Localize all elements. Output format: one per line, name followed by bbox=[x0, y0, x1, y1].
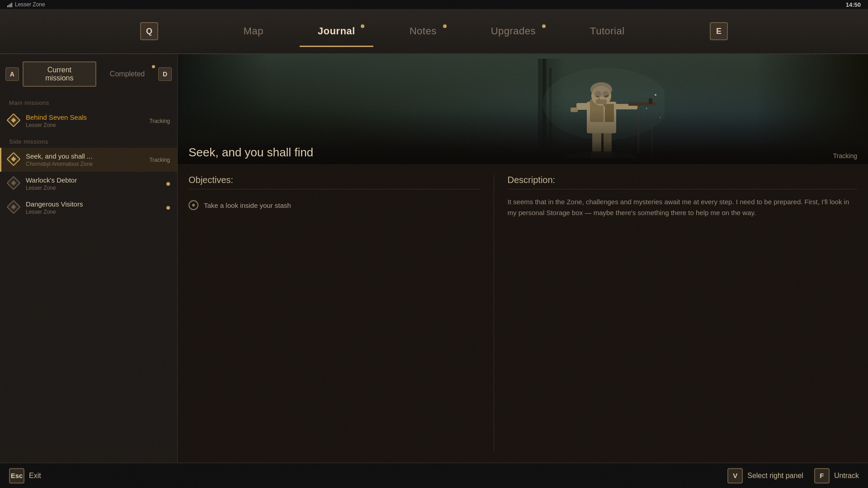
v-key: V bbox=[727, 468, 743, 483]
f-key: F bbox=[814, 468, 830, 483]
esc-btn[interactable]: Esc Exit bbox=[9, 468, 41, 483]
v-btn[interactable]: V Select right panel bbox=[727, 468, 803, 483]
esc-label: Exit bbox=[29, 472, 41, 480]
description-panel: Description: It seems that in the Zone, … bbox=[508, 175, 857, 452]
objective-dot bbox=[192, 204, 195, 206]
right-panel: Seek, and you shall find Tracking Object… bbox=[178, 54, 868, 463]
description-heading: Description: bbox=[508, 175, 857, 189]
notes-dot bbox=[443, 24, 447, 28]
mission-zone-seek: Chornobyl Anomalous Zone bbox=[26, 161, 144, 167]
left-panel: A Current missions Completed D Main miss… bbox=[0, 54, 178, 463]
mission-behind-seven-seals[interactable]: Behind Seven Seals Lesser Zone Tracking bbox=[0, 109, 177, 133]
upgrades-dot bbox=[542, 24, 546, 28]
mission-tabs: A Current missions Completed D bbox=[0, 54, 177, 94]
tab-current-missions[interactable]: Current missions bbox=[23, 61, 96, 87]
top-bar: Lesser Zone 14:50 bbox=[0, 0, 868, 9]
mission-seek-and-you[interactable]: Seek, and you shall ... Chornobyl Anomal… bbox=[0, 148, 177, 172]
mission-warlocks-debtor[interactable]: Warlock's Debtor Lesser Zone bbox=[0, 172, 177, 196]
app-info: Lesser Zone bbox=[7, 1, 45, 8]
tab-notes[interactable]: Notes bbox=[382, 21, 464, 42]
esc-key: Esc bbox=[9, 468, 24, 483]
mission-name-dangerous: Dangerous Visitors bbox=[26, 200, 161, 208]
mission-zone-warlock: Lesser Zone bbox=[26, 185, 161, 191]
key-d: D bbox=[158, 67, 172, 81]
banner-mission-title: Seek, and you shall find bbox=[189, 145, 313, 160]
tab-map[interactable]: Map bbox=[216, 21, 290, 42]
tab-journal[interactable]: Journal bbox=[291, 21, 382, 42]
tab-tutorial[interactable]: Tutorial bbox=[563, 21, 652, 42]
mission-tracking-seek: Tracking bbox=[149, 157, 170, 163]
mission-details: Objectives: Take a look inside your stas… bbox=[178, 164, 868, 463]
objectives-panel: Objectives: Take a look inside your stas… bbox=[189, 175, 494, 452]
v-label: Select right panel bbox=[747, 472, 803, 480]
nav-bar: Q Map Journal Notes Upgrades Tutorial E bbox=[0, 9, 868, 54]
mission-name-warlock: Warlock's Debtor bbox=[26, 176, 161, 184]
banner-tracking-label: Tracking bbox=[833, 152, 857, 160]
f-label: Untrack bbox=[834, 472, 859, 480]
mission-name-seek: Seek, and you shall ... bbox=[26, 152, 144, 160]
nav-key-e[interactable]: E bbox=[710, 22, 728, 40]
mission-icon-gold bbox=[9, 115, 20, 127]
banner-title-bar: Seek, and you shall find Tracking bbox=[178, 141, 868, 164]
tab-upgrades[interactable]: Upgrades bbox=[464, 21, 563, 42]
side-missions-label: Side missions bbox=[0, 133, 177, 148]
mission-icon-dangerous bbox=[9, 202, 20, 214]
tab-completed-missions[interactable]: Completed bbox=[100, 66, 155, 83]
key-a: A bbox=[5, 67, 19, 81]
mission-banner: Seek, and you shall find Tracking bbox=[178, 54, 868, 164]
clock: 14:50 bbox=[846, 1, 861, 8]
objective-text: Take a look inside your stash bbox=[204, 202, 291, 209]
mission-dot-dangerous bbox=[166, 206, 170, 210]
main-content: A Current missions Completed D Main miss… bbox=[0, 54, 868, 463]
mission-zone: Lesser Zone bbox=[26, 122, 144, 128]
signal-icon bbox=[7, 2, 12, 7]
mission-name: Behind Seven Seals bbox=[26, 113, 144, 121]
nav-key-q[interactable]: Q bbox=[140, 22, 158, 40]
mission-tracking: Tracking bbox=[149, 118, 170, 124]
mission-zone-dangerous: Lesser Zone bbox=[26, 209, 161, 215]
f-btn[interactable]: F Untrack bbox=[814, 468, 859, 483]
completed-dot bbox=[152, 65, 155, 68]
mission-icon-seek bbox=[9, 154, 20, 166]
objective-icon bbox=[189, 200, 198, 210]
mission-dot-warlock bbox=[166, 182, 170, 186]
mission-dangerous-visitors[interactable]: Dangerous Visitors Lesser Zone bbox=[0, 196, 177, 220]
journal-dot bbox=[361, 24, 364, 28]
mission-icon-warlock bbox=[9, 178, 20, 190]
app-name: Lesser Zone bbox=[15, 1, 45, 8]
objectives-heading: Objectives: bbox=[189, 175, 480, 189]
main-missions-label: Main missions bbox=[0, 94, 177, 109]
description-text: It seems that in the Zone, challenges an… bbox=[508, 197, 857, 218]
bottom-right-controls: V Select right panel F Untrack bbox=[727, 468, 859, 483]
bottom-bar: Esc Exit V Select right panel F Untrack bbox=[0, 463, 868, 488]
objective-item: Take a look inside your stash bbox=[189, 197, 480, 214]
